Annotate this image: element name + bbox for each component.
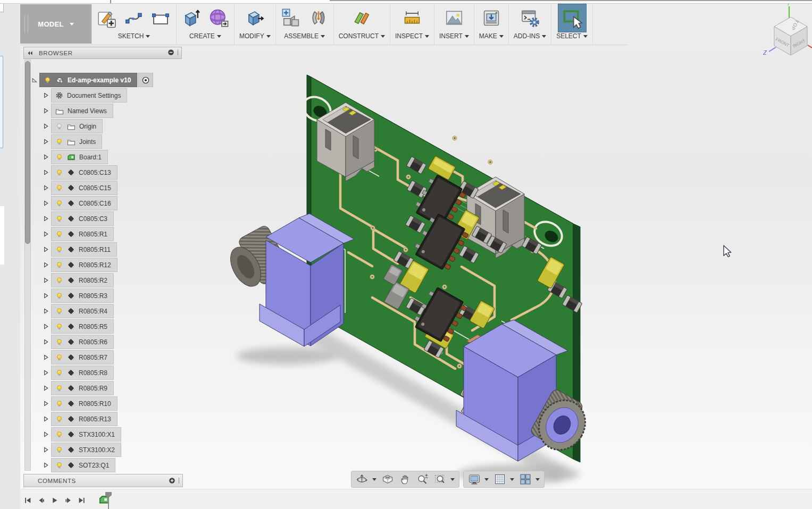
browser-item[interactable]: R0805:R1 (51, 227, 114, 241)
browser-item-row[interactable]: Origin (41, 119, 103, 133)
toolbar-grip[interactable] (24, 15, 28, 33)
browser-item[interactable]: Joints (51, 134, 102, 149)
visibility-bulb-off-icon[interactable] (55, 122, 63, 131)
expander-closed-icon[interactable] (41, 353, 50, 362)
browser-root-row[interactable]: Ed-amp-example v10 (30, 73, 153, 87)
browser-item-row[interactable]: C0805:C3 (41, 211, 114, 226)
timeline-go-to-start-button[interactable] (23, 496, 34, 506)
3d-print-icon[interactable] (481, 8, 501, 28)
expander-closed-icon[interactable] (41, 461, 50, 470)
viewports-icon[interactable] (519, 473, 540, 486)
browser-item-row[interactable]: Joints (41, 134, 102, 149)
sketch-spline-icon[interactable] (123, 10, 144, 26)
expander-closed-icon[interactable] (41, 199, 50, 208)
browser-item[interactable]: R0805:R8 (51, 366, 114, 380)
browser-item[interactable]: R0805:R10 (51, 396, 118, 411)
expander-closed-icon[interactable] (41, 276, 50, 285)
visibility-bulb-on-icon[interactable] (55, 353, 63, 362)
visibility-bulb-on-icon[interactable] (55, 245, 63, 254)
browser-item[interactable]: Board:1 (51, 150, 108, 164)
browser-item[interactable]: C0805:C15 (51, 181, 118, 195)
grid-settings-icon[interactable] (493, 473, 514, 486)
browser-item-row[interactable]: Document Settings (41, 88, 127, 103)
visibility-bulb-on-icon[interactable] (55, 368, 63, 377)
browser-item[interactable]: R0805:R13 (51, 412, 118, 426)
visibility-bulb-on-icon[interactable] (55, 199, 63, 208)
press-pull-icon[interactable] (245, 7, 265, 29)
timeline-go-to-end-button[interactable] (77, 496, 87, 506)
browser-item[interactable]: R0805:R6 (51, 335, 114, 349)
browser-item-row[interactable]: R0805:R5 (41, 319, 114, 334)
browser-item[interactable]: C0805:C3 (51, 211, 114, 226)
visibility-bulb-on-icon[interactable] (55, 152, 63, 162)
expander-closed-icon[interactable] (41, 446, 50, 454)
browser-item[interactable]: STX3100:X2 (51, 443, 121, 457)
visibility-bulb-on-icon[interactable] (55, 276, 63, 285)
visibility-bulb-on-icon[interactable] (55, 168, 63, 177)
new-component-icon[interactable] (281, 7, 302, 29)
chevron-down-icon[interactable] (484, 478, 489, 481)
browser-item-row[interactable]: Board:1 (41, 150, 108, 164)
browser-item[interactable]: C0805:C16 (51, 196, 118, 210)
visibility-bulb-on-icon[interactable] (55, 214, 63, 223)
visibility-bulb-on-icon[interactable] (55, 230, 63, 239)
fit-icon[interactable] (434, 473, 455, 486)
visibility-bulb-on-icon[interactable] (44, 75, 52, 84)
expander-closed-icon[interactable] (41, 245, 50, 254)
browser-item-row[interactable]: STX3100:X2 (41, 443, 121, 457)
browser-item-row[interactable]: R0805:R10 (41, 396, 118, 411)
visibility-bulb-on-icon[interactable] (55, 307, 63, 316)
browser-item-row[interactable]: R0805:R13 (41, 412, 118, 426)
browser-item[interactable]: R0805:R2 (51, 273, 114, 287)
visibility-bulb-on-icon[interactable] (55, 337, 63, 346)
view-cube[interactable]: Y Z TOP FRONT RIGHT (744, 0, 812, 71)
browser-item[interactable]: R0805:R7 (51, 350, 114, 364)
browser-item[interactable]: R0805:R3 (51, 289, 114, 303)
browser-item[interactable]: Origin (51, 119, 103, 133)
browser-item[interactable]: R0805:R11 (51, 242, 117, 257)
pan-icon[interactable] (399, 473, 412, 486)
browser-item-row[interactable]: R0805:R12 (41, 258, 118, 272)
expander-closed-icon[interactable] (41, 230, 50, 239)
expander-closed-icon[interactable] (41, 91, 50, 100)
toolbar-menu-assemble[interactable]: ASSEMBLE (284, 32, 325, 43)
toolbar-menu-inspect[interactable]: INSPECT (395, 32, 429, 43)
create-form-icon[interactable] (208, 7, 229, 29)
browser-item-row[interactable]: R0805:R8 (41, 366, 114, 380)
expander-closed-icon[interactable] (41, 415, 50, 423)
expander-closed-icon[interactable] (41, 168, 50, 177)
insert-image-icon[interactable] (443, 8, 465, 28)
visibility-bulb-on-icon[interactable] (55, 414, 63, 423)
visibility-bulb-on-icon[interactable] (55, 137, 63, 146)
browser-item[interactable]: R0805:R9 (51, 381, 114, 395)
expander-closed-icon[interactable] (41, 122, 50, 131)
browser-item-row[interactable]: C0805:C13 (41, 165, 118, 180)
visibility-bulb-on-icon[interactable] (55, 260, 63, 269)
workspace-switcher[interactable]: MODEL (20, 4, 91, 44)
extrude-icon[interactable] (181, 7, 202, 29)
toolbar-menu-create[interactable]: CREATE (189, 32, 221, 43)
panel-resize-grip[interactable] (179, 478, 179, 483)
chevron-down-icon[interactable] (535, 478, 540, 481)
browser-scrollbar-thumb[interactable] (25, 61, 30, 244)
chevron-down-icon[interactable] (450, 478, 455, 481)
browser-item[interactable]: Named Views (51, 104, 113, 118)
browser-header[interactable]: BROWSER (23, 47, 182, 59)
toolbar-menu-construct[interactable]: CONSTRUCT (339, 32, 385, 43)
browser-item[interactable]: R0805:R5 (51, 319, 114, 334)
visibility-bulb-on-icon[interactable] (55, 445, 63, 454)
comments-panel[interactable]: COMMENTS (23, 474, 183, 487)
browser-item-row[interactable]: R0805:R9 (41, 381, 114, 395)
browser-item-row[interactable]: R0805:R2 (41, 273, 114, 287)
look-at-icon[interactable] (381, 473, 394, 486)
expander-closed-icon[interactable] (41, 400, 50, 408)
expander-closed-icon[interactable] (41, 369, 50, 377)
chevron-down-icon[interactable] (510, 478, 514, 481)
browser-item[interactable]: SOT23:Q1 (51, 458, 115, 472)
expander-open-icon[interactable] (30, 76, 38, 84)
browser-item-row[interactable]: R0805:R3 (41, 289, 114, 303)
expander-closed-icon[interactable] (41, 384, 50, 393)
measure-icon[interactable] (401, 9, 423, 28)
chevron-down-icon[interactable] (372, 478, 376, 481)
browser-item-row[interactable]: R0805:R4 (41, 304, 114, 318)
